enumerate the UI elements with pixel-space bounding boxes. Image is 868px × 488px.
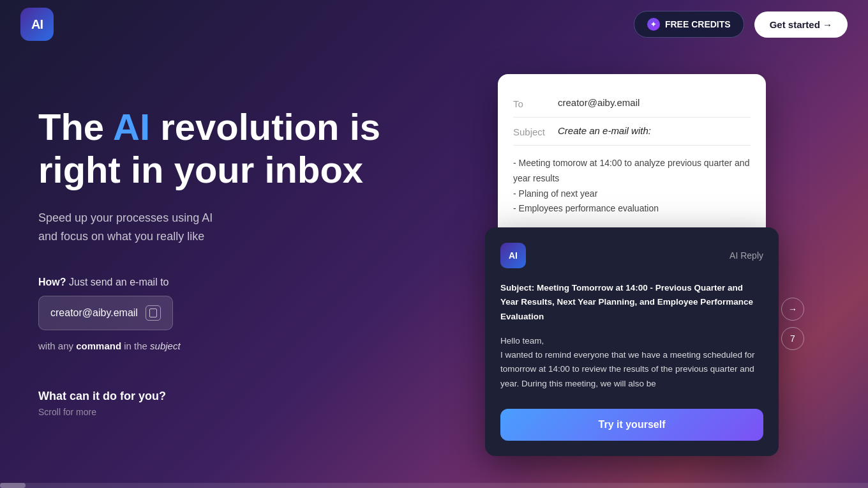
ai-reply-header: AI AI Reply	[500, 243, 763, 268]
try-it-label: Try it yourself	[599, 419, 666, 430]
how-rest: Just send an e-mail to	[66, 277, 169, 287]
left-content: The AI revolution is right in your inbox…	[38, 68, 460, 417]
ai-reply-body: Subject: Meeting Tomorrow at 14:00 - Pre…	[500, 281, 763, 391]
in-the: in the	[121, 340, 150, 351]
email-body: - Meeting tomorow at 14:00 to analyze pr…	[513, 146, 751, 227]
reply-greeting: Hello team,	[500, 334, 763, 348]
email-card: To creator@aiby.email Subject Create an …	[498, 74, 766, 242]
body-line-3: - Employees performance evaluation	[513, 201, 751, 217]
hero-title: The AI revolution is right in your inbox	[38, 106, 460, 191]
title-part2: revolution is	[150, 106, 380, 148]
page-number-badge: 7	[781, 327, 804, 350]
command-word: command	[76, 340, 121, 351]
body-line-1: - Meeting tomorow at 14:00 to analyze pr…	[513, 156, 751, 187]
free-credits-button[interactable]: ✦ FREE CREDITS	[634, 11, 744, 38]
subject-label: Subject	[513, 125, 558, 137]
subject-word: subject	[150, 340, 181, 351]
navbar: AI ✦ FREE CREDITS Get started →	[0, 0, 868, 49]
ai-reply-label: AI Reply	[730, 250, 763, 261]
email-box: creator@aiby.email	[38, 296, 173, 330]
coin-icon: ✦	[647, 18, 660, 31]
title-part1: The	[38, 106, 113, 148]
scroll-text: Scroll for more	[38, 407, 460, 417]
scroll-thumb	[0, 483, 26, 488]
free-credits-label: FREE CREDITS	[665, 19, 731, 29]
try-it-button[interactable]: Try it yourself	[500, 409, 763, 441]
next-arrow-button[interactable]: →	[781, 298, 804, 321]
body-line-2: - Planing of next year	[513, 187, 751, 202]
arrow-icon: →	[788, 304, 797, 314]
copy-icon[interactable]	[146, 305, 161, 321]
with-any: with any	[38, 340, 76, 351]
reply-subject: Subject: Meeting Tomorrow at 14:00 - Pre…	[500, 281, 763, 324]
title-ai: AI	[113, 106, 150, 148]
how-label: How? Just send an e-mail to	[38, 277, 460, 288]
hero-subtitle: Speed up your processes using AI and foc…	[38, 209, 460, 246]
how-bold: How?	[38, 277, 66, 287]
logo-container: AI	[20, 8, 54, 41]
what-section: What can it do for you? Scroll for more	[38, 390, 460, 417]
subtitle-line1: Speed up your processes using AI	[38, 211, 213, 224]
to-value: creator@aiby.email	[558, 97, 751, 108]
get-started-button[interactable]: Get started →	[754, 11, 848, 38]
to-field: To creator@aiby.email	[513, 89, 751, 118]
scroll-bar[interactable]	[0, 483, 868, 488]
with-any-text: with any command in the subject	[38, 340, 460, 351]
page-number: 7	[790, 333, 795, 344]
title-line2: right in your inbox	[38, 149, 363, 190]
reply-body: I wanted to remind everyone that we have…	[500, 348, 763, 391]
to-label: To	[513, 97, 558, 109]
ai-avatar: AI	[500, 243, 526, 268]
subtitle-line2: and focus on what you really like	[38, 230, 204, 243]
ai-reply-card: AI AI Reply Subject: Meeting Tomorrow at…	[485, 227, 779, 456]
subject-value: Create an e-mail with:	[558, 125, 751, 136]
email-address: creator@aiby.email	[50, 307, 138, 319]
arrow-navigation: → 7	[781, 298, 804, 350]
how-section: How? Just send an e-mail to creator@aiby…	[38, 277, 460, 351]
nav-right: ✦ FREE CREDITS Get started →	[634, 11, 848, 38]
main-content: The AI revolution is right in your inbox…	[0, 68, 868, 417]
subject-field: Subject Create an e-mail with:	[513, 118, 751, 146]
logo-icon: AI	[20, 8, 54, 41]
get-started-label: Get started →	[770, 19, 832, 30]
right-content: To creator@aiby.email Subject Create an …	[498, 74, 766, 242]
what-title: What can it do for you?	[38, 390, 460, 403]
